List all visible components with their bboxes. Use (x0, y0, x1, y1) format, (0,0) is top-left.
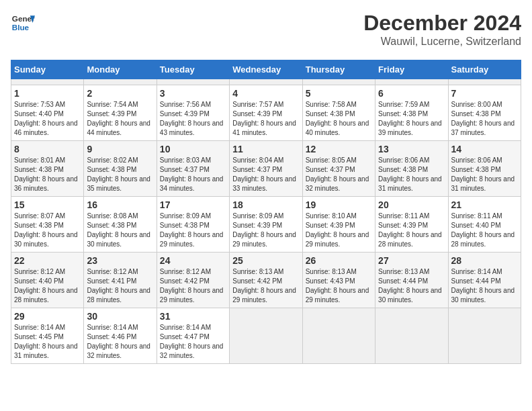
day-info: Sunrise: 8:02 AMSunset: 4:38 PMDaylight:… (87, 156, 150, 192)
day-info: Sunrise: 8:13 AMSunset: 4:43 PMDaylight:… (306, 268, 369, 304)
day-number: 5 (306, 88, 372, 99)
calendar-cell: 19Sunrise: 8:10 AMSunset: 4:39 PMDayligh… (302, 197, 375, 253)
day-number: 23 (87, 255, 153, 266)
day-info: Sunrise: 8:12 AMSunset: 4:41 PMDaylight:… (87, 268, 150, 304)
day-info: Sunrise: 8:03 AMSunset: 4:37 PMDaylight:… (160, 156, 224, 192)
calendar-cell: 9Sunrise: 8:02 AMSunset: 4:38 PMDaylight… (84, 141, 157, 197)
calendar-cell: 15Sunrise: 8:07 AMSunset: 4:38 PMDayligh… (11, 197, 84, 253)
calendar-week-4: 22Sunrise: 8:12 AMSunset: 4:40 PMDayligh… (11, 253, 521, 308)
calendar-cell: 1Sunrise: 7:53 AMSunset: 4:40 PMDaylight… (11, 85, 84, 141)
calendar-cell: 25Sunrise: 8:13 AMSunset: 4:42 PMDayligh… (230, 253, 302, 308)
calendar-cell: 23Sunrise: 8:12 AMSunset: 4:41 PMDayligh… (84, 253, 157, 308)
day-number: 28 (451, 255, 518, 266)
calendar-cell: 6Sunrise: 7:59 AMSunset: 4:38 PMDaylight… (375, 85, 448, 141)
day-info: Sunrise: 8:11 AMSunset: 4:39 PMDaylight:… (378, 212, 442, 248)
day-number: 1 (14, 88, 81, 99)
calendar-cell: 18Sunrise: 8:09 AMSunset: 4:39 PMDayligh… (230, 197, 302, 253)
calendar-cell (230, 308, 302, 364)
day-info: Sunrise: 7:53 AMSunset: 4:40 PMDaylight:… (14, 101, 78, 136)
calendar-cell: 4Sunrise: 7:57 AMSunset: 4:39 PMDaylight… (230, 85, 302, 141)
svg-text:Blue: Blue (12, 23, 30, 32)
logo: General Blue (11, 11, 38, 35)
day-info: Sunrise: 8:08 AMSunset: 4:38 PMDaylight:… (87, 212, 150, 248)
calendar-cell (157, 79, 229, 85)
day-info: Sunrise: 8:09 AMSunset: 4:38 PMDaylight:… (160, 212, 224, 248)
day-info: Sunrise: 8:06 AMSunset: 4:38 PMDaylight:… (451, 156, 515, 192)
calendar-cell (302, 79, 375, 85)
calendar-cell: 13Sunrise: 8:06 AMSunset: 4:38 PMDayligh… (375, 141, 448, 197)
day-info: Sunrise: 7:56 AMSunset: 4:39 PMDaylight:… (160, 101, 224, 136)
logo-icon: General Blue (11, 11, 35, 35)
day-info: Sunrise: 8:13 AMSunset: 4:42 PMDaylight:… (232, 268, 296, 304)
col-tuesday: Tuesday (157, 60, 229, 79)
calendar-week-3: 15Sunrise: 8:07 AMSunset: 4:38 PMDayligh… (11, 197, 521, 253)
day-info: Sunrise: 8:14 AMSunset: 4:44 PMDaylight:… (451, 268, 515, 304)
calendar-cell: 8Sunrise: 8:01 AMSunset: 4:38 PMDaylight… (11, 141, 84, 197)
day-number: 7 (451, 88, 518, 99)
col-thursday: Thursday (302, 60, 375, 79)
calendar-cell: 24Sunrise: 8:12 AMSunset: 4:42 PMDayligh… (157, 253, 229, 308)
calendar-cell: 20Sunrise: 8:11 AMSunset: 4:39 PMDayligh… (375, 197, 448, 253)
day-info: Sunrise: 8:12 AMSunset: 4:42 PMDaylight:… (160, 268, 224, 304)
day-number: 10 (160, 144, 226, 154)
day-number: 11 (232, 144, 299, 154)
day-info: Sunrise: 8:10 AMSunset: 4:39 PMDaylight:… (306, 212, 369, 248)
calendar-cell: 11Sunrise: 8:04 AMSunset: 4:37 PMDayligh… (230, 141, 302, 197)
calendar-cell: 2Sunrise: 7:54 AMSunset: 4:39 PMDaylight… (84, 85, 157, 141)
day-info: Sunrise: 8:01 AMSunset: 4:38 PMDaylight:… (14, 156, 78, 192)
day-number: 31 (160, 311, 226, 322)
calendar-cell: 14Sunrise: 8:06 AMSunset: 4:38 PMDayligh… (448, 141, 521, 197)
calendar-week-1: 1Sunrise: 7:53 AMSunset: 4:40 PMDaylight… (11, 85, 521, 141)
day-number: 26 (306, 255, 372, 266)
title-section: December 2024 Wauwil, Lucerne, Switzerla… (363, 11, 521, 48)
day-info: Sunrise: 7:58 AMSunset: 4:38 PMDaylight:… (306, 101, 369, 136)
day-info: Sunrise: 8:14 AMSunset: 4:46 PMDaylight:… (87, 324, 150, 359)
calendar-cell (230, 79, 302, 85)
col-friday: Friday (375, 60, 448, 79)
calendar-cell (448, 79, 521, 85)
day-number: 9 (87, 144, 153, 154)
day-number: 12 (306, 144, 372, 154)
day-number: 14 (451, 144, 518, 154)
day-number: 17 (160, 199, 226, 210)
calendar-cell: 17Sunrise: 8:09 AMSunset: 4:38 PMDayligh… (157, 197, 229, 253)
calendar-cell: 12Sunrise: 8:05 AMSunset: 4:37 PMDayligh… (302, 141, 375, 197)
header-row: Sunday Monday Tuesday Wednesday Thursday… (11, 60, 521, 79)
day-number: 20 (378, 199, 445, 210)
day-number: 29 (14, 311, 81, 322)
day-number: 18 (232, 199, 299, 210)
col-wednesday: Wednesday (230, 60, 302, 79)
calendar-cell: 27Sunrise: 8:13 AMSunset: 4:44 PMDayligh… (375, 253, 448, 308)
col-sunday: Sunday (11, 60, 84, 79)
calendar-cell: 10Sunrise: 8:03 AMSunset: 4:37 PMDayligh… (157, 141, 229, 197)
calendar-table: Sunday Monday Tuesday Wednesday Thursday… (11, 60, 521, 364)
day-info: Sunrise: 8:14 AMSunset: 4:45 PMDaylight:… (14, 324, 78, 359)
calendar-cell: 22Sunrise: 8:12 AMSunset: 4:40 PMDayligh… (11, 253, 84, 308)
day-info: Sunrise: 8:09 AMSunset: 4:39 PMDaylight:… (232, 212, 296, 248)
calendar-cell: 21Sunrise: 8:11 AMSunset: 4:40 PMDayligh… (448, 197, 521, 253)
calendar-week-2: 8Sunrise: 8:01 AMSunset: 4:38 PMDaylight… (11, 141, 521, 197)
calendar-cell: 28Sunrise: 8:14 AMSunset: 4:44 PMDayligh… (448, 253, 521, 308)
day-info: Sunrise: 8:07 AMSunset: 4:38 PMDaylight:… (14, 212, 78, 248)
day-number: 6 (378, 88, 445, 99)
calendar-cell (11, 79, 84, 85)
day-number: 13 (378, 144, 445, 154)
day-number: 8 (14, 144, 81, 154)
calendar-cell (375, 79, 448, 85)
calendar-cell: 5Sunrise: 7:58 AMSunset: 4:38 PMDaylight… (302, 85, 375, 141)
col-monday: Monday (84, 60, 157, 79)
day-number: 19 (306, 199, 372, 210)
col-saturday: Saturday (448, 60, 521, 79)
month-title: December 2024 (363, 11, 521, 36)
day-number: 22 (14, 255, 81, 266)
calendar-cell: 29Sunrise: 8:14 AMSunset: 4:45 PMDayligh… (11, 308, 84, 364)
calendar-cell: 7Sunrise: 8:00 AMSunset: 4:38 PMDaylight… (448, 85, 521, 141)
day-number: 24 (160, 255, 226, 266)
day-number: 16 (87, 199, 153, 210)
day-number: 15 (14, 199, 81, 210)
day-info: Sunrise: 8:13 AMSunset: 4:44 PMDaylight:… (378, 268, 442, 304)
calendar-cell (448, 308, 521, 364)
calendar-cell (84, 79, 157, 85)
day-info: Sunrise: 8:11 AMSunset: 4:40 PMDaylight:… (451, 212, 515, 248)
top-area: General Blue December 2024 Wauwil, Lucer… (11, 11, 521, 53)
